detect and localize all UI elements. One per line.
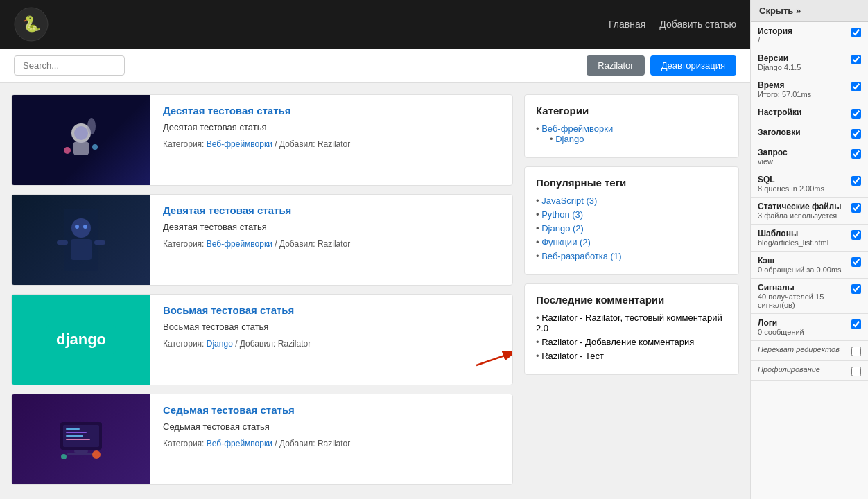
article-category-link[interactable]: Веб-фреймворки	[207, 239, 272, 249]
article-meta: Категория: Веб-фреймворки / Добавил: Raz…	[163, 139, 500, 149]
debug-item-name: SQL	[758, 175, 849, 184]
nav-add-article-link[interactable]: Добавить статью	[659, 19, 736, 30]
svg-point-13	[75, 225, 79, 229]
category-item: Веб-фреймворки Django	[536, 123, 727, 144]
search-row: Razilator Деавторизация	[0, 49, 750, 83]
article-category-link[interactable]: Веб-фреймворки	[207, 439, 272, 448]
tag-item: Функции (2)	[536, 237, 727, 247]
debug-item-name: Время	[758, 80, 849, 90]
added-prefix: Добавил:	[240, 339, 276, 349]
article-title-link[interactable]: Девятая тестовая статья	[163, 204, 500, 216]
added-prefix: Добавил:	[279, 139, 315, 149]
debug-item-value: 8 queries in 2.00ms	[758, 184, 849, 193]
user-button[interactable]: Razilator	[587, 55, 644, 76]
article-author: Razilator	[318, 239, 350, 249]
article-category-link[interactable]: Django	[207, 339, 233, 349]
comments-widget: Последние комментарии Razilator - Razila…	[524, 283, 739, 375]
tags-list: JavaScript (3) Python (3) Django (2) Фун…	[536, 195, 727, 261]
article-card: django Восьмая тестовая статья Восьмая т…	[11, 294, 513, 385]
article-body: Десятая тестовая статья Десятая тестовая…	[150, 95, 512, 185]
debug-logs-checkbox[interactable]	[851, 319, 861, 329]
svg-text:🐍: 🐍	[22, 15, 42, 33]
svg-rect-3	[73, 141, 89, 155]
svg-point-25	[92, 450, 101, 459]
debug-item-name: Сигналы	[758, 283, 849, 292]
added-prefix: Добавил:	[279, 239, 315, 249]
debug-sql-checkbox[interactable]	[851, 176, 861, 186]
content-area: Десятая тестовая статья Десятая тестовая…	[0, 83, 750, 496]
debug-item-value: blog/articles_list.html	[758, 238, 849, 247]
tag-link[interactable]: Функции (2)	[541, 237, 591, 247]
article-category-link[interactable]: Веб-фреймворки	[207, 139, 272, 149]
svg-point-9	[71, 218, 91, 238]
debug-cache-item: Кэш 0 обращений за 0.00ms	[751, 252, 868, 279]
debug-request-checkbox[interactable]	[851, 149, 861, 159]
brand: 🐍	[14, 7, 49, 42]
debug-item-name: Статические файлы	[758, 202, 849, 211]
tag-link[interactable]: JavaScript (3)	[541, 195, 597, 206]
debug-profiling-checkbox[interactable]	[851, 367, 861, 376]
debug-cache-checkbox[interactable]	[851, 257, 861, 267]
debug-profiling-item: Профилирование	[751, 361, 868, 381]
article-title-link[interactable]: Седьмая тестовая статья	[163, 404, 500, 416]
debug-history-item: История /	[751, 22, 868, 49]
debug-item-value: view	[758, 157, 849, 166]
article-desc: Седьмая тестовая статья	[163, 421, 500, 432]
debug-settings-checkbox[interactable]	[851, 109, 861, 119]
article-title-link[interactable]: Десятая тестовая статья	[163, 105, 500, 116]
debug-signals-checkbox[interactable]	[851, 284, 861, 294]
svg-rect-19	[66, 428, 80, 430]
debug-history-checkbox[interactable]	[851, 28, 861, 37]
debug-static-checkbox[interactable]	[851, 203, 861, 213]
article-title-link[interactable]: Восьмая тестовая статья	[163, 304, 500, 316]
debug-time-checkbox[interactable]	[851, 82, 861, 91]
tags-title: Популярные теги	[536, 177, 727, 189]
debug-redirects-checkbox[interactable]	[851, 347, 861, 356]
article-desc: Десятая тестовая статья	[163, 122, 500, 132]
debug-versions-item: Версии Django 4.1.5	[751, 49, 868, 76]
articles-list: Десятая тестовая статья Десятая тестовая…	[11, 94, 513, 485]
article-body: Восьмая тестовая статья Восьмая тестовая…	[150, 295, 512, 385]
debug-item-name: Запрос	[758, 148, 849, 157]
debug-templates-checkbox[interactable]	[851, 230, 861, 240]
debug-static-item: Статические файлы 3 файла используется	[751, 198, 868, 225]
debug-item-value: Итого: 57.01ms	[758, 90, 849, 98]
comment-text: Razilator - Razilator, тестовый коммента…	[536, 313, 722, 333]
debug-item-value: Django 4.1.5	[758, 63, 849, 71]
coder-icon	[53, 412, 109, 467]
comment-item: Razilator - Добавление комментария	[536, 337, 727, 347]
svg-rect-21	[66, 435, 83, 437]
article-author: Razilator	[318, 439, 350, 448]
tag-link[interactable]: Веб-разработка (1)	[541, 251, 621, 261]
svg-rect-23	[74, 450, 88, 453]
debug-hide-button[interactable]: Скрыть »	[751, 0, 868, 22]
nav-home-link[interactable]: Главная	[609, 19, 645, 30]
debug-templates-item: Шаблоны blog/articles_list.html	[751, 225, 868, 252]
article-card: Седьмая тестовая статья Седьмая тестовая…	[11, 394, 513, 485]
debug-versions-checkbox[interactable]	[851, 55, 861, 64]
article-meta: Категория: Веб-фреймворки / Добавил: Raz…	[163, 239, 500, 249]
svg-point-4	[74, 126, 88, 140]
deauth-button[interactable]: Деавторизация	[650, 55, 736, 76]
subcategory-link[interactable]: Django	[555, 134, 584, 144]
svg-line-16	[476, 351, 513, 365]
debug-item-name: Шаблоны	[758, 229, 849, 238]
snake-logo-icon: 🐍	[14, 7, 49, 42]
categories-title: Категории	[536, 105, 727, 116]
category-link[interactable]: Веб-фреймворки	[541, 123, 613, 134]
debug-request-item: Запрос view	[751, 143, 868, 170]
tag-link[interactable]: Python (3)	[541, 209, 583, 220]
tag-link[interactable]: Django (2)	[541, 223, 584, 234]
article-author: Razilator	[318, 139, 350, 149]
svg-point-6	[64, 147, 71, 154]
debug-headers-checkbox[interactable]	[851, 129, 861, 139]
comment-text: Razilator - Тест	[541, 351, 604, 361]
tag-item: Django (2)	[536, 223, 727, 234]
search-input[interactable]	[14, 55, 125, 76]
tag-item: Веб-разработка (1)	[536, 251, 727, 261]
debug-redirects-item: Перехват редиректов	[751, 341, 868, 361]
comments-list: Razilator - Razilator, тестовый коммента…	[536, 313, 727, 361]
debug-item-name: Перехват редиректов	[758, 345, 849, 353]
article-body: Седьмая тестовая статья Седьмая тестовая…	[150, 394, 512, 484]
category-prefix: Категория:	[163, 239, 204, 249]
